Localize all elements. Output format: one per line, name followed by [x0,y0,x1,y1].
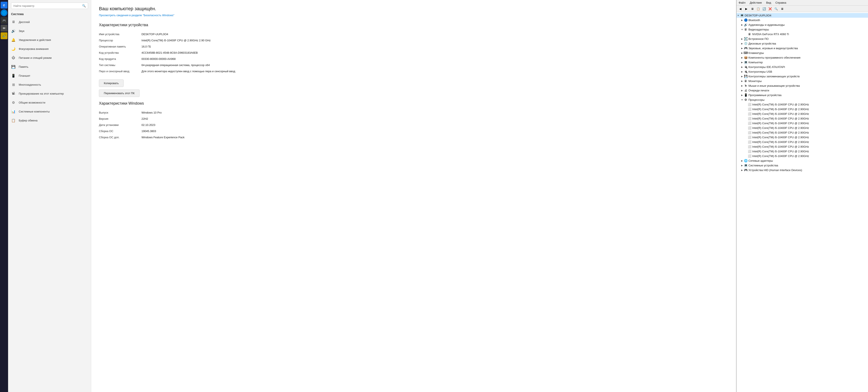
toggle-usb-ctrl[interactable]: ▶ [740,70,744,73]
tree-item-disk-drives[interactable]: ▶ 💿 Дисковые устройства [737,41,868,46]
nav-icon-components: 📊 [11,109,16,114]
toggle-net-adapters[interactable]: ▶ [740,159,744,162]
toggle-computer[interactable]: ▶ [740,60,744,64]
rename-button[interactable]: Переименовать этот ПК [99,89,140,97]
toolbar-forward[interactable]: ▶ [744,6,749,11]
sidebar-item-memory[interactable]: 💾 Память [8,62,91,71]
label-cpu4: Intel(R) Core(TM) i5-10400F CPU @ 2.90GH… [752,122,809,125]
tree-item-print-queues[interactable]: ▶ 🖨 Очереди печати [737,88,868,93]
tree-item-ide-ctrl[interactable]: ▶ 🔌 Контроллеры IDE ATA/ATAPI [737,64,868,69]
toggle-hid[interactable]: ▶ [740,168,744,172]
tree-item-cpu0[interactable]: ▶ ⬜ Intel(R) Core(TM) i5-10400F CPU @ 2.… [737,102,868,107]
tree-item-cpu7[interactable]: ▶ ⬜ Intel(R) Core(TM) i5-10400F CPU @ 2.… [737,135,868,140]
toggle-ide-ctrl[interactable]: ▶ [740,65,744,68]
tree-item-nvidia[interactable]: ▶ 🖥 NVIDIA GeForce RTX 4060 Ti [737,32,868,36]
label-cpu5: Intel(R) Core(TM) i5-10400F CPU @ 2.90GH… [752,126,809,130]
toolbar-monitor[interactable]: 🖥 [779,6,785,11]
taskbar-icon-edge[interactable]: 🌐 [1,9,7,16]
tree-item-keyboards[interactable]: ▶ ⌨ Клавиатуры [737,51,868,55]
tree-item-cpu6[interactable]: ▶ ⬜ Intel(R) Core(TM) i5-10400F CPU @ 2.… [737,130,868,135]
tree-item-cpu8[interactable]: ▶ ⬜ Intel(R) Core(TM) i5-10400F CPU @ 2.… [737,140,868,144]
sidebar-item-project[interactable]: 📽 Проецирование на этот компьютер [8,89,91,98]
menu-action[interactable]: Действие [749,1,763,5]
sidebar-item-display[interactable]: 🖥 Дисплей [8,18,91,26]
tree-item-video-adapters[interactable]: ▼ 🖥 Видеоадаптеры [737,27,868,32]
sidebar-item-clipboard[interactable]: 📋 Буфер обмена [8,116,91,125]
tree-item-cpu3[interactable]: ▶ ⬜ Intel(R) Core(TM) i5-10400F CPU @ 2.… [737,116,868,121]
tree-item-cpu2[interactable]: ▶ ⬜ Intel(R) Core(TM) i5-10400F CPU @ 2.… [737,111,868,116]
toolbar-uninstall[interactable]: ❌ [768,6,773,11]
tree-item-hid[interactable]: ▶ 🎮 Устройства HID (Human Interface Devi… [737,168,868,172]
toggle-print-queues[interactable]: ▶ [740,89,744,92]
tree-item-computer[interactable]: ▶ 💻 Компьютер [737,60,868,64]
tree-item-sound-devices[interactable]: ▶ 🎮 Звуковые, игровые и видеоустройства [737,46,868,51]
taskbar-icon-browser[interactable]: e [1,2,7,8]
icon-usb-ctrl: 🔌 [744,70,748,74]
security-link[interactable]: Просмотреть сведения в разделе "Безопасн… [99,13,174,17]
toolbar-back[interactable]: ◀ [738,6,743,11]
toggle-sw-devices[interactable]: ▶ [740,93,744,97]
devmgr-tree[interactable]: ▼ 💻 DESKTOP-UUPL0O4 ▶ 🔵 Bluetooth ▶ 🔊 Ау… [737,12,868,392]
taskbar-icon-game[interactable]: 🎮 [1,17,7,24]
tree-item-sys-devices[interactable]: ▶ 💻 Системные устройства [737,163,868,168]
tree-item-cpu9[interactable]: ▶ ⬜ Intel(R) Core(TM) i5-10400F CPU @ 2.… [737,144,868,149]
tree-root[interactable]: ▼ 💻 DESKTOP-UUPL0O4 [737,13,868,18]
toggle-embedded-sw[interactable]: ▶ [740,37,744,40]
toolbar-properties[interactable]: 📋 [756,6,761,11]
toolbar-pc[interactable]: 🖥 [750,6,755,11]
sidebar-item-features[interactable]: ⚙ Общие возможности [8,98,91,107]
toggle-video-adapters[interactable]: ▼ [740,28,744,31]
toggle-disk-drives[interactable]: ▶ [740,42,744,45]
sidebar-item-focus[interactable]: 🌙 Фокусировка внимания [8,44,91,53]
tree-item-processors[interactable]: ▼ ⚙ Процессоры [737,97,868,102]
menu-file[interactable]: Файл [738,1,746,5]
tree-item-sw-components[interactable]: ▶ 📦 Компоненты программного обеспечения [737,55,868,60]
tree-item-mice[interactable]: ▶ 🖱 Мыши и иные указывающие устройства [737,83,868,88]
sidebar-item-notifications[interactable]: 🔔 Уведомления и действия [8,35,91,44]
sidebar-item-tablet[interactable]: 📱 Планшет [8,71,91,80]
search-bar[interactable]: 🔍 [11,3,88,9]
tree-item-cpu5[interactable]: ▶ ⬜ Intel(R) Core(TM) i5-10400F CPU @ 2.… [737,125,868,130]
taskbar-icon-app2[interactable]: 🎣 [1,32,7,39]
label-sys-devices: Системные устройства [748,164,778,167]
sidebar-item-multitask[interactable]: ⊞ Многозадачность [8,80,91,89]
toggle-bluetooth[interactable]: ▶ [740,18,744,22]
toggle-audio-io[interactable]: ▶ [740,23,744,26]
tree-item-cpu1[interactable]: ▶ ⬜ Intel(R) Core(TM) i5-10400F CPU @ 2.… [737,107,868,111]
tree-item-cpu4[interactable]: ▶ ⬜ Intel(R) Core(TM) i5-10400F CPU @ 2.… [737,121,868,125]
spec-label: Версия [99,116,142,122]
copy-button[interactable]: Копировать [99,80,124,87]
tree-item-net-adapters[interactable]: ▶ 🌐 Сетевые адаптеры [737,158,868,163]
toggle-monitors[interactable]: ▶ [740,79,744,83]
toggle-mice[interactable]: ▶ [740,84,744,87]
icon-storage-ctrl: 💾 [744,74,748,78]
tree-item-usb-ctrl[interactable]: ▶ 🔌 Контроллеры USB [737,69,868,74]
icon-monitors: 🖥 [744,79,748,83]
menu-help[interactable]: Справка [775,1,787,5]
toggle-keyboards[interactable]: ▶ [740,51,744,55]
sidebar-item-power[interactable]: ⏻ Питание и спящий режим [8,53,91,62]
toolbar-scan[interactable]: 🔍 [774,6,779,11]
tree-item-monitors[interactable]: ▶ 🖥 Мониторы [737,79,868,83]
toggle-sys-devices[interactable]: ▶ [740,164,744,167]
taskbar-icon-64[interactable]: 64 [1,25,7,31]
tree-item-embedded-sw[interactable]: ▶ 💽 Встроенное ПО [737,36,868,41]
tree-item-audio-io[interactable]: ▶ 🔊 Аудиовходы и аудиовыходы [737,22,868,27]
tree-item-sw-devices[interactable]: ▶ 📱 Программные устройства [737,93,868,97]
device-specs-table: Имя устройства DESKTOP-UUPL0O4 Процессор… [99,31,728,74]
toggle-storage-ctrl[interactable]: ▶ [740,75,744,78]
tree-item-cpu11[interactable]: ▶ ⬜ Intel(R) Core(TM) i5-10400F CPU @ 2.… [737,153,868,158]
search-input[interactable] [13,4,82,7]
tree-item-bluetooth[interactable]: ▶ 🔵 Bluetooth [737,18,868,22]
sidebar-item-components[interactable]: 📊 Системные компоненты [8,107,91,116]
sidebar-item-sound[interactable]: 🔊 Звук [8,26,91,35]
toggle-sound-devices[interactable]: ▶ [740,47,744,50]
tree-root-toggle[interactable]: ▼ [737,13,740,17]
icon-keyboards: ⌨ [744,51,748,55]
toggle-sw-components[interactable]: ▶ [740,56,744,59]
toggle-processors[interactable]: ▼ [740,98,744,102]
menu-view[interactable]: Вид [765,1,772,5]
toolbar-update[interactable]: 🔄 [762,6,767,11]
tree-item-storage-ctrl[interactable]: ▶ 💾 Контроллеры запоминающих устройств [737,74,868,79]
tree-item-cpu10[interactable]: ▶ ⬜ Intel(R) Core(TM) i5-10400F CPU @ 2.… [737,149,868,153]
